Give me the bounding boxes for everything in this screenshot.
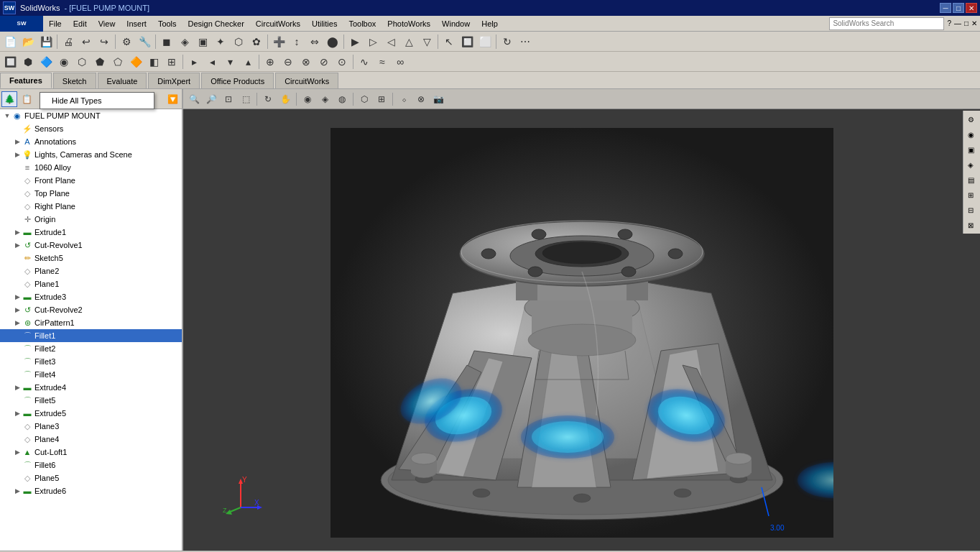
tb2-btn-21[interactable]: ≈ [374, 53, 391, 70]
tree-item-right-plane[interactable]: ◇ Right Plane [0, 200, 182, 213]
front-plane-expand[interactable] [13, 176, 22, 185]
menu-help[interactable]: Help [476, 18, 504, 29]
lights-expand[interactable]: ▶ [13, 150, 22, 159]
plane2-expand[interactable] [13, 267, 22, 275]
menu-file[interactable]: File [43, 18, 68, 29]
tab-dimxpert[interactable]: DimXpert [148, 73, 200, 88]
material-expand[interactable] [13, 163, 22, 172]
tb-btn-14[interactable]: △ [400, 33, 417, 50]
tree-item-plane2[interactable]: ◇ Plane2 [0, 264, 182, 277]
tb2-btn-17[interactable]: ⊗ [297, 53, 315, 70]
plane5-expand[interactable] [13, 474, 22, 482]
tree-item-fillet5[interactable]: ⌒ Fillet5 [0, 394, 182, 407]
redo-btn[interactable]: ↪ [96, 33, 113, 50]
tree-item-plane1[interactable]: ◇ Plane1 [0, 277, 182, 290]
feature-tree[interactable]: ▼ ◉ FUEL PUMP MOUNT ⚡ Sensors ▶ A Annota… [0, 109, 182, 551]
menu-edit[interactable]: Edit [68, 18, 93, 29]
view-orient-btn[interactable]: ⬡ [356, 91, 372, 107]
display-btn-7[interactable]: ⊠ [963, 218, 978, 232]
zoom-area-btn[interactable]: ⬚ [238, 91, 254, 107]
tb-btn-7[interactable]: ➕ [270, 33, 287, 50]
tree-item-sketch5[interactable]: ✏ Sketch5 [0, 252, 182, 264]
minimize-inner-icon[interactable]: — [954, 19, 961, 27]
extrude5-expand[interactable]: ▶ [13, 409, 22, 418]
tree-item-cut-revolve2[interactable]: ▶ ↺ Cut-Revolve2 [0, 303, 182, 316]
extrude3-expand[interactable]: ▶ [13, 293, 22, 301]
tb2-btn-10[interactable]: ⊞ [163, 53, 180, 70]
display-btn-1[interactable]: ◉ [963, 127, 978, 142]
tb-btn-2[interactable]: ◈ [176, 33, 193, 50]
cirpattern1-expand[interactable]: ▶ [13, 318, 22, 327]
dynamic-anno-btn[interactable]: ⊗ [413, 91, 429, 107]
display-btn-3[interactable]: ◈ [963, 157, 978, 172]
viewport[interactable]: 🔍 🔎 ⊡ ⬚ ↻ ✋ ◉ ◈ ◍ ⬡ ⊞ ⬦ ⊗ 📷 [183, 89, 980, 551]
tree-item-lights[interactable]: ▶ 💡 Lights, Cameras and Scene [0, 148, 182, 161]
extrude6-expand[interactable]: ▶ [13, 487, 22, 495]
tab-evaluate[interactable]: Evaluate [98, 73, 147, 88]
tree-item-cut-revolve1[interactable]: ▶ ↺ Cut-Revolve1 [0, 239, 182, 252]
hide-all-types-item[interactable]: Hide All Types [40, 94, 154, 107]
fillet4-expand[interactable] [13, 370, 22, 379]
tb2-btn-7[interactable]: ⬠ [109, 53, 126, 70]
display-style-btn[interactable]: ◉ [300, 91, 315, 107]
cut-loft1-expand[interactable]: ▶ [13, 448, 22, 456]
close-btn[interactable]: ✕ [966, 3, 977, 13]
close-inner-icon[interactable]: ✕ [971, 19, 977, 27]
open-btn[interactable]: 📂 [19, 33, 37, 50]
menu-window[interactable]: Window [436, 18, 476, 29]
tree-item-plane4[interactable]: ◇ Plane4 [0, 433, 182, 446]
tree-item-origin[interactable]: ✛ Origin [0, 213, 182, 226]
origin-expand[interactable] [13, 215, 22, 224]
minimize-btn[interactable]: ─ [940, 3, 951, 13]
tree-item-material[interactable]: ≡ 1060 Alloy [0, 161, 182, 174]
tb2-btn-14[interactable]: ▴ [239, 53, 256, 70]
tb-btn-4[interactable]: ✦ [212, 33, 229, 50]
tree-item-extrude5[interactable]: ▶ ▬ Extrude5 [0, 407, 182, 420]
tb-btn-1[interactable]: ◼ [158, 33, 175, 50]
display-btn-4[interactable]: ▤ [963, 172, 978, 187]
tb2-btn-9[interactable]: ◧ [145, 53, 162, 70]
select-btn[interactable]: ↖ [440, 33, 458, 50]
help-icon[interactable]: ? [947, 19, 951, 27]
extrude4-expand[interactable]: ▶ [13, 383, 22, 392]
display-style-3-btn[interactable]: ◍ [334, 91, 350, 107]
display-btn-6[interactable]: ⊟ [963, 203, 978, 217]
view-orient-2-btn[interactable]: ⊞ [374, 91, 389, 107]
tb-btn-12[interactable]: ▷ [364, 33, 382, 50]
right-plane-expand[interactable] [13, 202, 22, 211]
zoom-out-btn[interactable]: 🔎 [203, 91, 219, 107]
fillet1-expand[interactable] [13, 331, 22, 340]
menu-circuitworks[interactable]: CircuitWorks [250, 18, 306, 29]
tab-circuit[interactable]: CircuitWorks [275, 73, 338, 88]
menu-insert[interactable]: Insert [121, 18, 152, 29]
display-style-2-btn[interactable]: ◈ [317, 91, 333, 107]
tb-btn-19[interactable]: ⋯ [517, 33, 534, 50]
tree-item-front-plane[interactable]: ◇ Front Plane [0, 174, 182, 187]
tb2-btn-4[interactable]: ◉ [55, 53, 73, 70]
search-input[interactable] [829, 17, 944, 30]
menu-view[interactable]: View [93, 18, 121, 29]
tree-item-top-plane[interactable]: ◇ Top Plane [0, 187, 182, 200]
filter-btn[interactable]: 🔽 [165, 91, 180, 107]
tb-btn-5[interactable]: ⬡ [230, 33, 247, 50]
tb-btn-11[interactable]: ▶ [346, 33, 364, 50]
tab-features[interactable]: Features [0, 73, 52, 88]
print-btn[interactable]: 🖨 [60, 33, 77, 50]
menu-toolbox[interactable]: Toolbox [343, 18, 382, 29]
options-btn[interactable]: 🔧 [136, 33, 153, 50]
tb2-btn-6[interactable]: ⬟ [91, 53, 108, 70]
cut-revolve1-expand[interactable]: ▶ [13, 241, 22, 249]
tb-btn-18[interactable]: ↻ [499, 33, 516, 50]
tab-office[interactable]: Office Products [201, 73, 274, 88]
tb-btn-10[interactable]: ⬤ [324, 33, 341, 50]
tree-item-extrude4[interactable]: ▶ ▬ Extrude4 [0, 381, 182, 394]
annotations-expand[interactable]: ▶ [13, 137, 22, 146]
tb2-btn-5[interactable]: ⬡ [73, 53, 91, 70]
camera-btn[interactable]: 📷 [430, 91, 446, 107]
tb-btn-6[interactable]: ✿ [248, 33, 265, 50]
pan-btn[interactable]: ✋ [277, 91, 293, 107]
menu-tools[interactable]: Tools [152, 18, 182, 29]
tb2-btn-12[interactable]: ◂ [203, 53, 221, 70]
tree-item-annotations[interactable]: ▶ A Annotations [0, 135, 182, 148]
model-viewport[interactable]: 3.00 [183, 114, 980, 551]
